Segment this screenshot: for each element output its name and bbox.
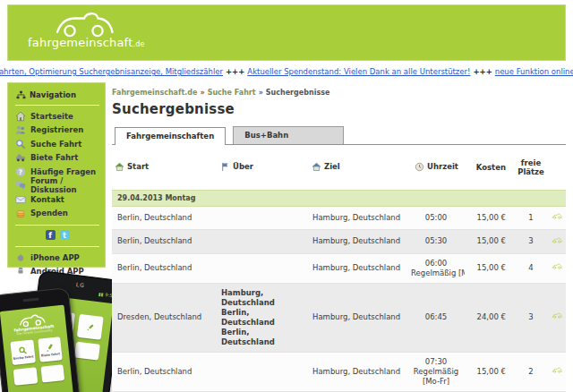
sidebar-item-startseite[interactable]: Startseite <box>15 109 99 124</box>
cell-transport <box>547 230 566 254</box>
sidebar-item-label: Kontakt <box>30 195 64 204</box>
cell-ziel: Hamburg, Deutschland <box>309 253 407 283</box>
results-table: Start Über Ziel <box>112 145 566 392</box>
cell-kosten: 15,00 € <box>465 253 515 283</box>
ticker-link[interactable]: g Bahnfahrten, Optimierung Suchergebnisa… <box>0 67 223 76</box>
page: fahrgemeinschaft.de g Bahnfahrten, Optim… <box>0 0 573 392</box>
cell-uhrzeit: 06:45 <box>407 283 465 352</box>
cell-uhrzeit: 07:30Regelmäßig[Mo-Fr] <box>407 352 465 391</box>
app-button <box>13 367 38 386</box>
breadcrumb-suche-fahrt[interactable]: Suche Fahrt <box>208 89 256 97</box>
table-row[interactable]: Berlin, DeutschlandHamburg, Deutschland0… <box>112 230 566 254</box>
cell-ziel: Hamburg, Deutschland <box>309 206 407 230</box>
table-row[interactable]: Berlin, DeutschlandHamburg, Deutschland0… <box>112 352 566 391</box>
table-row[interactable]: Dresden, DeutschlandHamburg, Deutschland… <box>112 283 566 352</box>
ticker-separator: +++ <box>470 67 494 76</box>
sidebar-navigation: Navigation StartseiteRegistrierenSuche F… <box>7 82 106 268</box>
svg-text:?: ? <box>19 167 22 175</box>
table-row[interactable]: Berlin, DeutschlandHamburg, Deutschland0… <box>112 206 566 230</box>
phone-speaker <box>22 298 38 303</box>
home-icon <box>15 111 26 122</box>
mobile-apps-promo-image: LG ▮▮9:53 <box>0 266 122 392</box>
cell-ueber <box>218 253 309 283</box>
app-button <box>73 341 99 360</box>
column-header-ueber[interactable]: Über <box>233 162 253 171</box>
breadcrumb-current: Suchergebnisse <box>266 89 330 97</box>
cell-kosten: 15,00 € <box>465 352 515 391</box>
breadcrumb-separator: » <box>256 89 266 97</box>
cell-freie-plaetze: 3 <box>515 283 547 352</box>
site-logo[interactable]: fahrgemeinschaft.de <box>28 9 145 50</box>
cell-ziel: Hamburg, Deutschland <box>309 352 407 391</box>
via-flag-icon <box>219 161 230 172</box>
cell-ueber <box>218 352 309 391</box>
cell-uhrzeit: 05:00 <box>407 206 465 230</box>
ticker-link[interactable]: neue Funktion online: ‚Fahrt dupliziere <box>495 67 573 76</box>
main-content: Fahrgemeinschaft.de»Suche Fahrt»Sucherge… <box>112 89 566 392</box>
app-button-biete-fahrt: Biete fahrt <box>38 337 63 362</box>
table-row[interactable]: Berlin, DeutschlandHamburg, Deutschland0… <box>112 253 566 283</box>
tab-fahrgemeinschaften[interactable]: Fahrgemeinschaften <box>115 127 226 145</box>
date-group-row: 29.04.2013 Montag <box>112 190 566 206</box>
cell-start: Berlin, Deutschland <box>112 206 218 230</box>
sidebar-item-iphone-app[interactable]: iPhone APP <box>15 251 99 264</box>
car-green-icon[interactable] <box>552 234 562 245</box>
tab-bus-bahn[interactable]: Bus+Bahn <box>233 126 344 144</box>
car-green-icon[interactable] <box>552 364 562 375</box>
sidebar-item-kontakt[interactable]: Kontakt <box>15 192 99 207</box>
cell-uhrzeit: 05:30 <box>407 230 465 254</box>
facebook-icon[interactable]: f <box>46 230 56 240</box>
sidebar-nav-list: StartseiteRegistrierenSuche FahrtBiete F… <box>15 109 99 220</box>
sidebar-item-biete-fahrt[interactable]: Biete Fahrt <box>15 151 99 166</box>
sidebar-item-registrieren[interactable]: Registrieren <box>15 124 99 138</box>
cell-ziel: Hamburg, Deutschland <box>309 230 407 254</box>
cell-uhrzeit: 06:00Regelmäßig [Mo] <box>407 253 465 283</box>
divider <box>15 105 99 106</box>
donate-icon <box>15 208 26 218</box>
car-green-icon[interactable] <box>552 261 562 272</box>
breadcrumb-separator: » <box>197 89 207 97</box>
column-header-uhrzeit[interactable]: Uhrzeit <box>427 162 458 171</box>
car-offer-icon <box>15 152 26 163</box>
sidebar-title-label: Navigation <box>30 90 76 99</box>
search-icon <box>15 139 26 149</box>
sidebar-item-label: Biete Fahrt <box>30 153 78 162</box>
cell-kosten: 24,00 € <box>465 283 515 352</box>
help-icon: ? <box>15 166 26 177</box>
twitter-icon[interactable]: t <box>60 230 70 240</box>
sidebar-item-label: Registrieren <box>30 125 83 134</box>
sidebar-item-suche-fahrt[interactable]: Suche Fahrt <box>15 137 99 151</box>
sidebar-item-forum-diskussion[interactable]: Forum / Diskussion <box>15 179 99 193</box>
column-header-freie-plaetze[interactable]: freie Plätze <box>515 145 547 190</box>
column-header-uhrzeit[interactable]: Ziel <box>324 162 340 171</box>
sidebar-item-spenden[interactable]: Spenden <box>15 207 99 221</box>
start-house-icon <box>114 161 124 172</box>
cell-start: Berlin, Deutschland <box>112 352 218 391</box>
car-green-icon[interactable] <box>552 211 562 222</box>
ziel-house-icon <box>311 161 321 172</box>
sidebar-title: Navigation <box>15 89 99 100</box>
apple-icon <box>15 252 26 263</box>
date-group-label: 29.04.2013 Montag <box>112 190 566 206</box>
cell-start: Berlin, Deutschland <box>112 230 218 254</box>
sidebar-item-label: Häufige Fragen <box>30 167 96 176</box>
results-table-header: Start Über Ziel <box>112 145 566 190</box>
cell-start: Dresden, Deutschland <box>112 283 218 352</box>
app-button-suche-fahrt: Suche fahrt <box>10 339 35 365</box>
cell-transport <box>547 253 566 283</box>
results-table-body: 29.04.2013 Montag Berlin, DeutschlandHam… <box>112 190 566 392</box>
car-green-icon[interactable] <box>552 311 562 321</box>
site-banner: fahrgemeinschaft.de <box>7 4 566 61</box>
sitemap-icon <box>15 89 26 100</box>
cell-ueber <box>218 230 309 254</box>
tab-bar: Fahrgemeinschaften Bus+Bahn <box>112 127 566 145</box>
cell-kosten: 15,00 € <box>465 230 515 254</box>
ticker-link[interactable]: Aktueller Spendenstand: Vielen Dank an a… <box>247 67 470 76</box>
column-header-kosten[interactable]: Kosten <box>465 145 515 190</box>
cell-freie-plaetze: 1 <box>515 206 547 230</box>
app-item-label: iPhone APP <box>30 253 80 262</box>
column-header-start[interactable]: Start <box>127 162 149 171</box>
register-users-icon <box>15 124 26 135</box>
breadcrumb-home[interactable]: Fahrgemeinschaft.de <box>112 89 197 97</box>
cell-ziel: Hamburg, Deutschland <box>309 283 407 352</box>
